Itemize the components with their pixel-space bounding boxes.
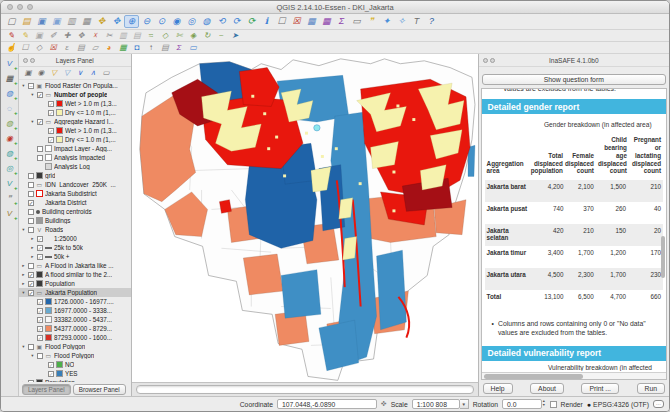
toolbar-icon[interactable]: ✐ xyxy=(46,30,60,41)
toolbar-icon[interactable]: ↻ xyxy=(200,30,214,41)
add-layer-icon[interactable]: V xyxy=(2,207,16,220)
toolbar-icon[interactable]: ☓ xyxy=(88,30,102,41)
toolbar-icon[interactable]: ☐ xyxy=(18,42,32,53)
toolbar-icon[interactable]: ☒ xyxy=(46,42,60,53)
layer-row[interactable]: Buildings xyxy=(19,216,131,225)
expander-icon[interactable]: ▾ xyxy=(21,290,26,295)
layer-checkbox[interactable] xyxy=(28,272,34,278)
toolbar-icon[interactable]: ▭ xyxy=(186,42,200,53)
layer-checkbox[interactable] xyxy=(28,200,34,206)
layers-toolbar-icon[interactable]: ∧ xyxy=(87,68,99,79)
expander-icon[interactable]: ▾ xyxy=(21,83,26,88)
add-layer-icon[interactable]: ◎ xyxy=(2,162,16,175)
toolbar-icon[interactable]: ⊙ xyxy=(154,15,169,28)
layer-row[interactable]: ▸ 25k to 50k xyxy=(19,243,131,252)
toolbar-icon[interactable]: ❞ xyxy=(364,15,379,28)
layer-row[interactable]: Jakarta Subdistrict xyxy=(19,189,131,198)
layer-checkbox[interactable] xyxy=(28,182,34,188)
layer-row[interactable]: Analysis Impacted xyxy=(19,153,131,162)
toolbar-icon[interactable]: ▣ xyxy=(32,30,46,41)
add-layer-icon[interactable]: ❞ xyxy=(2,192,16,205)
layer-checkbox[interactable] xyxy=(28,290,34,296)
horizontal-scrollbar[interactable] xyxy=(482,372,666,379)
toolbar-icon[interactable]: ≈ xyxy=(144,30,158,41)
layer-row[interactable]: ▾ Roads xyxy=(19,225,131,234)
layer-row[interactable]: grid xyxy=(19,171,131,180)
layer-checkbox[interactable] xyxy=(37,254,43,260)
toolbar-icon[interactable]: ε xyxy=(60,42,74,53)
coordinate-input[interactable]: 107.0448,-6.0890 xyxy=(277,399,377,409)
add-layer-icon[interactable]: ◉ xyxy=(2,132,16,145)
vertical-scrollbar[interactable] xyxy=(660,89,666,371)
toolbar-icon[interactable]: ◎ xyxy=(184,15,199,28)
layer-row[interactable]: ▸ Population xyxy=(19,279,131,288)
toolbar-icon[interactable]: ▤ xyxy=(158,42,172,53)
layer-checkbox[interactable] xyxy=(28,218,34,224)
crs-status-button[interactable]: ● EPSG:4326 (OTF) xyxy=(587,401,649,408)
toolbar-icon[interactable]: ⟳ xyxy=(229,15,244,28)
toolbar-icon[interactable]: ◕ xyxy=(102,42,116,53)
layer-row[interactable]: ▾ Flood Polygon xyxy=(19,342,131,351)
layer-checkbox[interactable] xyxy=(37,245,43,251)
expander-icon[interactable]: ▾ xyxy=(21,227,26,232)
layer-row[interactable]: 16977.0000 - 3338... xyxy=(19,306,131,315)
layer-checkbox[interactable] xyxy=(48,101,54,107)
toolbar-icon[interactable]: ✥ xyxy=(109,15,124,28)
layer-checkbox[interactable] xyxy=(37,92,43,98)
expander-icon[interactable]: ▾ xyxy=(30,92,35,97)
layer-checkbox[interactable] xyxy=(37,236,43,242)
layer-row[interactable]: Wet > 1.0 m (1,3... xyxy=(19,126,131,135)
layer-row[interactable]: Jakarta District xyxy=(19,198,131,207)
layer-checkbox[interactable] xyxy=(48,128,54,134)
layer-row[interactable]: ▸ 1:25000 xyxy=(19,234,131,243)
toolbar-icon[interactable]: ✥ xyxy=(74,30,88,41)
expander-icon[interactable]: ▸ xyxy=(30,236,35,241)
toolbar-icon[interactable]: ◈ xyxy=(186,30,200,41)
layer-row[interactable]: IDN_Landcover_250K_... xyxy=(19,180,131,189)
layer-row[interactable]: ▸ A Flood in Jakarta like ... xyxy=(19,261,131,270)
expander-icon[interactable]: ▸ xyxy=(30,245,35,250)
scale-combo[interactable]: 1:100 808 ▼ xyxy=(412,399,469,409)
toolbar-icon[interactable]: ▦ xyxy=(319,15,334,28)
toolbar-icon[interactable]: ✦ xyxy=(379,15,394,28)
layer-checkbox[interactable] xyxy=(48,137,54,143)
layer-row[interactable]: ▾ Jakarta Population xyxy=(19,288,131,297)
layer-checkbox[interactable] xyxy=(28,344,34,350)
add-layer-icon[interactable]: ◍ xyxy=(2,147,16,160)
layer-row[interactable]: Impact Layer - Agg... xyxy=(19,144,131,153)
layer-checkbox[interactable] xyxy=(48,371,54,377)
layers-toolbar-icon[interactable]: ▽ xyxy=(48,68,60,79)
toolbar-icon[interactable]: ~ xyxy=(214,30,228,41)
inasafe-report-area[interactable]: values are excluded from the tables. Det… xyxy=(481,88,667,380)
toolbar-icon[interactable]: ◘ xyxy=(130,42,144,53)
toolbar-icon[interactable]: ◇ xyxy=(32,42,46,53)
layer-row[interactable]: ▾ Number of people xyxy=(19,90,131,99)
toolbar-icon[interactable]: ? xyxy=(424,15,439,28)
layers-toolbar-icon[interactable]: ∨ xyxy=(74,68,86,79)
toolbar-icon[interactable]: ✥ xyxy=(94,15,109,28)
toolbar-icon[interactable]: ⟲ xyxy=(214,15,229,28)
expander-icon[interactable]: ▸ xyxy=(21,281,26,286)
expander-icon[interactable]: ▸ xyxy=(21,272,26,277)
toolbar-icon[interactable]: ➤ xyxy=(228,30,242,41)
toolbar-icon[interactable]: ▣ xyxy=(34,15,49,28)
run-button[interactable]: Run xyxy=(637,383,665,394)
layer-row[interactable]: Building centroids xyxy=(19,207,131,216)
scrollbar-thumb[interactable] xyxy=(661,236,665,278)
layer-row[interactable]: 33382.0000 - 5437... xyxy=(19,315,131,324)
toolbar-icon[interactable]: ☒ xyxy=(289,15,304,28)
toolbar-icon[interactable]: ℹ xyxy=(259,15,274,28)
layer-checkbox[interactable] xyxy=(37,155,43,161)
layer-checkbox[interactable] xyxy=(28,173,34,179)
layer-checkbox[interactable] xyxy=(28,83,34,89)
toolbar-icon[interactable]: ▦ xyxy=(79,15,94,28)
scale-input[interactable]: 1:100 808 xyxy=(412,399,460,409)
add-layer-icon[interactable]: V xyxy=(2,177,16,190)
toolbar-icon[interactable]: ▭ xyxy=(349,15,364,28)
layer-checkbox[interactable] xyxy=(28,209,34,215)
toolbar-icon[interactable]: ☝ xyxy=(4,42,18,53)
toolbar-icon[interactable]: ✂ xyxy=(102,30,116,41)
toolbar-icon[interactable]: T xyxy=(409,15,424,28)
expander-icon[interactable]: ▸ xyxy=(21,263,26,268)
add-layer-icon[interactable]: V xyxy=(2,57,16,70)
